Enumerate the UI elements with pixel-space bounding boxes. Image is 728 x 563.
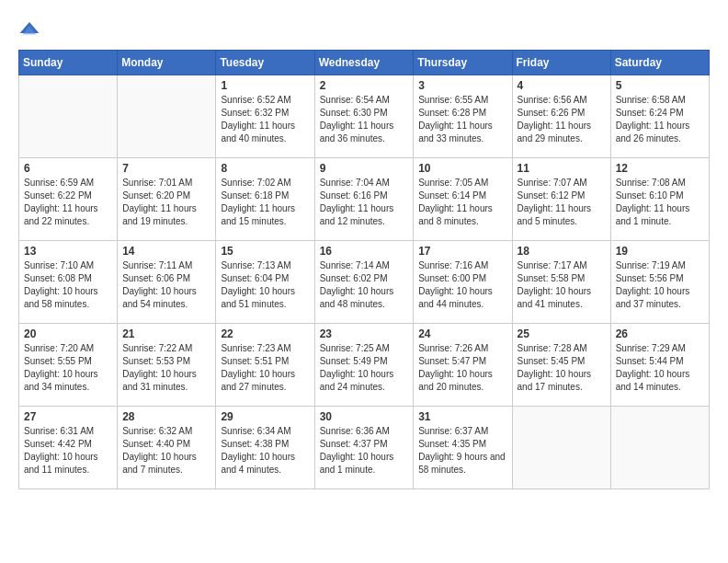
calendar-cell: 31Sunrise: 6:37 AM Sunset: 4:35 PM Dayli…	[414, 407, 512, 489]
calendar-week-row: 27Sunrise: 6:31 AM Sunset: 4:42 PM Dayli…	[19, 407, 710, 489]
day-info: Sunrise: 7:28 AM Sunset: 5:45 PM Dayligh…	[518, 342, 606, 394]
day-info: Sunrise: 7:19 AM Sunset: 5:56 PM Dayligh…	[616, 259, 704, 311]
calendar-cell	[512, 407, 610, 489]
day-number: 28	[122, 410, 210, 423]
day-info: Sunrise: 6:36 AM Sunset: 4:37 PM Dayligh…	[320, 425, 409, 477]
day-info: Sunrise: 6:31 AM Sunset: 4:42 PM Dayligh…	[24, 425, 112, 477]
day-info: Sunrise: 6:32 AM Sunset: 4:40 PM Dayligh…	[122, 425, 210, 477]
logo-icon	[18, 18, 40, 40]
calendar-cell: 15Sunrise: 7:13 AM Sunset: 6:04 PM Dayli…	[216, 241, 314, 324]
weekday-header: Wednesday	[314, 51, 414, 75]
day-info: Sunrise: 7:08 AM Sunset: 6:10 PM Dayligh…	[616, 177, 704, 228]
day-info: Sunrise: 7:04 AM Sunset: 6:16 PM Dayligh…	[320, 177, 409, 228]
day-number: 18	[518, 245, 606, 258]
day-number: 8	[221, 162, 309, 175]
day-info: Sunrise: 7:16 AM Sunset: 6:00 PM Dayligh…	[418, 259, 506, 311]
calendar-cell: 19Sunrise: 7:19 AM Sunset: 5:56 PM Dayli…	[610, 241, 709, 324]
calendar-cell: 27Sunrise: 6:31 AM Sunset: 4:42 PM Dayli…	[19, 407, 118, 489]
calendar-cell: 14Sunrise: 7:11 AM Sunset: 6:06 PM Dayli…	[118, 241, 216, 324]
day-number: 22	[221, 327, 309, 340]
calendar-cell: 29Sunrise: 6:34 AM Sunset: 4:38 PM Dayli…	[216, 407, 314, 489]
calendar-cell: 8Sunrise: 7:02 AM Sunset: 6:18 PM Daylig…	[216, 158, 314, 241]
calendar-week-row: 1Sunrise: 6:52 AM Sunset: 6:32 PM Daylig…	[19, 75, 710, 158]
day-number: 6	[24, 162, 112, 175]
day-info: Sunrise: 7:23 AM Sunset: 5:51 PM Dayligh…	[221, 342, 309, 394]
day-info: Sunrise: 7:10 AM Sunset: 6:08 PM Dayligh…	[24, 259, 112, 311]
day-info: Sunrise: 7:14 AM Sunset: 6:02 PM Dayligh…	[320, 259, 409, 311]
calendar-cell: 4Sunrise: 6:56 AM Sunset: 6:26 PM Daylig…	[512, 75, 610, 158]
day-number: 21	[122, 327, 210, 340]
calendar-cell: 9Sunrise: 7:04 AM Sunset: 6:16 PM Daylig…	[314, 158, 414, 241]
day-number: 25	[518, 327, 606, 340]
weekday-header-row: SundayMondayTuesdayWednesdayThursdayFrid…	[19, 51, 710, 75]
calendar-cell: 18Sunrise: 7:17 AM Sunset: 5:58 PM Dayli…	[512, 241, 610, 324]
calendar-week-row: 6Sunrise: 6:59 AM Sunset: 6:22 PM Daylig…	[19, 158, 710, 241]
day-number: 9	[320, 162, 409, 175]
day-info: Sunrise: 7:20 AM Sunset: 5:55 PM Dayligh…	[24, 342, 112, 394]
day-info: Sunrise: 6:34 AM Sunset: 4:38 PM Dayligh…	[221, 425, 309, 477]
weekday-header: Saturday	[610, 51, 709, 75]
weekday-header: Tuesday	[216, 51, 314, 75]
day-number: 1	[221, 79, 309, 92]
day-info: Sunrise: 7:02 AM Sunset: 6:18 PM Dayligh…	[221, 177, 309, 228]
day-number: 11	[518, 162, 606, 175]
calendar-cell: 23Sunrise: 7:25 AM Sunset: 5:49 PM Dayli…	[314, 324, 414, 407]
page-header	[18, 18, 710, 40]
day-info: Sunrise: 7:11 AM Sunset: 6:06 PM Dayligh…	[122, 259, 210, 311]
day-number: 24	[418, 327, 506, 340]
calendar-cell: 16Sunrise: 7:14 AM Sunset: 6:02 PM Dayli…	[314, 241, 414, 324]
calendar-cell: 3Sunrise: 6:55 AM Sunset: 6:28 PM Daylig…	[414, 75, 512, 158]
day-number: 26	[616, 327, 704, 340]
day-info: Sunrise: 6:52 AM Sunset: 6:32 PM Dayligh…	[221, 94, 309, 145]
calendar-cell: 22Sunrise: 7:23 AM Sunset: 5:51 PM Dayli…	[216, 324, 314, 407]
day-info: Sunrise: 7:17 AM Sunset: 5:58 PM Dayligh…	[518, 259, 606, 311]
day-number: 7	[122, 162, 210, 175]
day-number: 31	[418, 410, 506, 423]
day-info: Sunrise: 6:55 AM Sunset: 6:28 PM Dayligh…	[418, 94, 506, 145]
day-number: 5	[616, 79, 704, 92]
day-number: 4	[518, 79, 606, 92]
day-info: Sunrise: 6:59 AM Sunset: 6:22 PM Dayligh…	[24, 177, 112, 228]
day-info: Sunrise: 6:58 AM Sunset: 6:24 PM Dayligh…	[616, 94, 704, 145]
day-number: 27	[24, 410, 112, 423]
day-number: 14	[122, 245, 210, 258]
calendar-cell: 26Sunrise: 7:29 AM Sunset: 5:44 PM Dayli…	[610, 324, 709, 407]
day-number: 12	[616, 162, 704, 175]
calendar-cell: 21Sunrise: 7:22 AM Sunset: 5:53 PM Dayli…	[118, 324, 216, 407]
day-info: Sunrise: 7:13 AM Sunset: 6:04 PM Dayligh…	[221, 259, 309, 311]
day-number: 17	[418, 245, 506, 258]
day-number: 2	[320, 79, 409, 92]
weekday-header: Monday	[118, 51, 216, 75]
day-number: 15	[221, 245, 309, 258]
day-number: 10	[418, 162, 506, 175]
day-info: Sunrise: 7:22 AM Sunset: 5:53 PM Dayligh…	[122, 342, 210, 394]
calendar-cell: 5Sunrise: 6:58 AM Sunset: 6:24 PM Daylig…	[610, 75, 709, 158]
calendar-cell: 13Sunrise: 7:10 AM Sunset: 6:08 PM Dayli…	[19, 241, 118, 324]
calendar-cell: 11Sunrise: 7:07 AM Sunset: 6:12 PM Dayli…	[512, 158, 610, 241]
calendar-table: SundayMondayTuesdayWednesdayThursdayFrid…	[18, 50, 710, 489]
calendar-cell: 6Sunrise: 6:59 AM Sunset: 6:22 PM Daylig…	[19, 158, 118, 241]
day-number: 3	[418, 79, 506, 92]
day-number: 16	[320, 245, 409, 258]
calendar-cell: 12Sunrise: 7:08 AM Sunset: 6:10 PM Dayli…	[610, 158, 709, 241]
logo	[18, 18, 44, 40]
calendar-cell: 10Sunrise: 7:05 AM Sunset: 6:14 PM Dayli…	[414, 158, 512, 241]
day-info: Sunrise: 7:29 AM Sunset: 5:44 PM Dayligh…	[616, 342, 704, 394]
day-number: 13	[24, 245, 112, 258]
calendar-cell: 20Sunrise: 7:20 AM Sunset: 5:55 PM Dayli…	[19, 324, 118, 407]
calendar-cell: 1Sunrise: 6:52 AM Sunset: 6:32 PM Daylig…	[216, 75, 314, 158]
day-number: 20	[24, 327, 112, 340]
weekday-header: Sunday	[19, 51, 118, 75]
day-number: 29	[221, 410, 309, 423]
day-info: Sunrise: 6:54 AM Sunset: 6:30 PM Dayligh…	[320, 94, 409, 145]
day-number: 19	[616, 245, 704, 258]
calendar-cell: 28Sunrise: 6:32 AM Sunset: 4:40 PM Dayli…	[118, 407, 216, 489]
calendar-cell: 17Sunrise: 7:16 AM Sunset: 6:00 PM Dayli…	[414, 241, 512, 324]
weekday-header: Thursday	[414, 51, 512, 75]
day-number: 30	[320, 410, 409, 423]
calendar-cell: 25Sunrise: 7:28 AM Sunset: 5:45 PM Dayli…	[512, 324, 610, 407]
day-number: 23	[320, 327, 409, 340]
day-info: Sunrise: 7:01 AM Sunset: 6:20 PM Dayligh…	[122, 177, 210, 228]
calendar-week-row: 13Sunrise: 7:10 AM Sunset: 6:08 PM Dayli…	[19, 241, 710, 324]
calendar-cell: 30Sunrise: 6:36 AM Sunset: 4:37 PM Dayli…	[314, 407, 414, 489]
